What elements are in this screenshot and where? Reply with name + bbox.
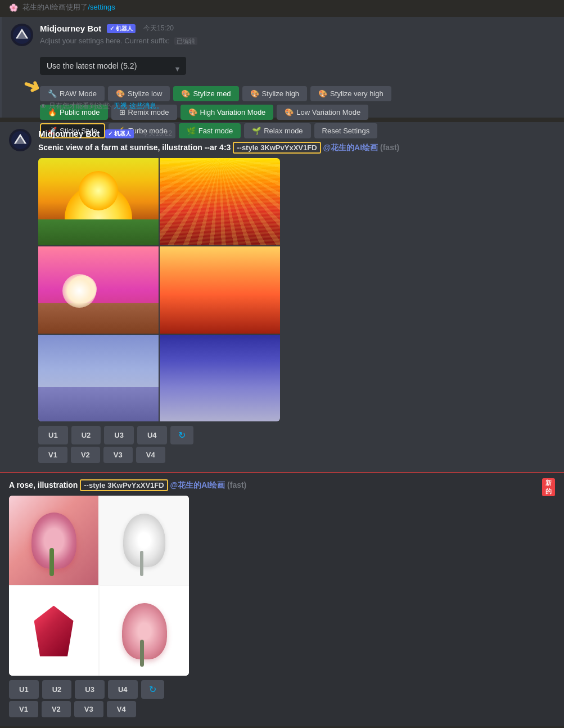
farm-speed: (fast)	[380, 143, 399, 152]
rose-u1-btn[interactable]: U1	[9, 680, 39, 699]
privacy-link[interactable]: 无视 这些消息。	[114, 101, 163, 111]
farm-refresh-btn[interactable]: ↻	[170, 426, 193, 444]
farm-variation-row: V1 V2 V3 V4	[38, 447, 555, 463]
farm-image-tr	[160, 158, 280, 245]
top-bar-username: 花生的AI绘画使用了/settings	[22, 2, 115, 12]
bot-badge: ✓ 机器人	[107, 24, 136, 33]
farm-image-br	[160, 335, 280, 421]
farm-v4-btn[interactable]: V4	[136, 447, 165, 463]
rose-speed: (fast)	[227, 480, 246, 489]
farm-u4-btn[interactable]: U4	[137, 426, 167, 444]
message-timestamp: 今天15:20	[143, 24, 174, 33]
stylize-low-btn[interactable]: 🎨 Stylize low	[108, 86, 170, 101]
rose-v2-btn[interactable]: V2	[42, 701, 71, 717]
message-header: Midjourney Bot ✓ 机器人 今天15:20	[40, 24, 555, 33]
model-dropdown[interactable]: Use the latest model (5.2)	[40, 57, 186, 75]
stylize-high-btn[interactable]: 🎨 Stylize high	[242, 86, 307, 101]
settings-description: Adjust your settings here. Current suffi…	[40, 37, 555, 46]
low-variation-btn[interactable]: 🎨 Low Variation Mode	[277, 105, 368, 120]
rose-u3-btn[interactable]: U3	[75, 680, 105, 699]
rose-v3-btn[interactable]: V3	[74, 701, 103, 717]
edited-badge: 已编辑	[174, 37, 197, 45]
rose-u2-btn[interactable]: U2	[42, 680, 72, 699]
model-dropdown-wrapper[interactable]: Use the latest model (5.2) ▾	[40, 57, 186, 80]
farm-bot-badge: ✓ 机器人	[105, 129, 134, 138]
farm-v1-btn[interactable]: V1	[38, 447, 67, 463]
farm-image-grid	[38, 158, 280, 421]
rose-refresh-btn[interactable]: ↻	[141, 680, 164, 699]
farm-image-bl	[38, 335, 159, 421]
rose-variation-row: V1 V2 V3 V4	[9, 701, 555, 717]
high-variation-btn[interactable]: 🎨 High Variation Mode	[181, 105, 274, 120]
rose-v1-btn[interactable]: V1	[9, 701, 38, 717]
farm-bot-username: Midjourney Bot	[38, 129, 100, 138]
farm-u2-btn[interactable]: U2	[71, 426, 101, 444]
eye-icon: 👁	[40, 102, 47, 110]
farm-mention: @花生的AI绘画	[323, 143, 378, 152]
new-badge: 新的	[542, 478, 555, 496]
farm-timestamp: 今天15:22	[142, 129, 172, 138]
bot-username: Midjourney Bot	[40, 24, 101, 33]
rose-upscale-row: U1 U2 U3 U4 ↻	[9, 680, 555, 699]
rose-style-tag: --style 3KwPvYxXV1FD	[80, 479, 168, 491]
settings-controls: Use the latest model (5.2) ▾ 🔧 RAW Mode …	[40, 51, 555, 111]
farm-message-block: Midjourney Bot ✓ 机器人 今天15:22 Scenic view…	[0, 122, 564, 472]
farm-message-header: Midjourney Bot ✓ 机器人 今天15:22	[38, 129, 555, 138]
rose-image-bl	[9, 586, 98, 676]
farm-image-tl	[38, 158, 159, 245]
rose-v4-btn[interactable]: V4	[107, 701, 136, 717]
farm-v2-btn[interactable]: V2	[71, 447, 100, 463]
rose-mention: @花生的AI绘画	[170, 480, 225, 489]
settings-message-block: Midjourney Bot ✓ 机器人 今天15:20 Adjust your…	[0, 17, 564, 118]
rose-image-grid	[9, 496, 189, 676]
farm-v3-btn[interactable]: V3	[103, 447, 133, 463]
farm-style-tag: --style 3KwPvYxXV1FD	[233, 142, 321, 154]
rose-image-tr	[100, 496, 189, 585]
farm-upscale-row: U1 U2 U3 U4 ↻	[38, 426, 555, 444]
user-avatar-small: 🌸	[9, 3, 18, 12]
rose-u4-btn[interactable]: U4	[108, 680, 138, 699]
settings-row-1: 🔧 RAW Mode 🎨 Stylize low 🎨 Stylize med 🎨…	[40, 86, 555, 101]
settings-link[interactable]: /settings	[88, 3, 115, 11]
stylize-very-high-btn[interactable]: 🎨 Stylize very high	[310, 86, 391, 101]
rose-prompt: A rose, illustration --style 3KwPvYxXV1F…	[9, 479, 555, 491]
rose-image-tl	[9, 496, 98, 585]
raw-mode-btn[interactable]: 🔧 RAW Mode	[40, 86, 105, 101]
farm-image-ml	[38, 246, 159, 334]
farm-image-mr	[160, 246, 280, 334]
rose-image-br	[100, 586, 189, 676]
farm-u1-btn[interactable]: U1	[38, 426, 68, 444]
bot-avatar-2	[9, 129, 31, 151]
farm-prompt: Scenic view of a farm at sunrise, illust…	[38, 142, 555, 154]
stylize-med-btn[interactable]: 🎨 Stylize med	[173, 86, 238, 101]
farm-u3-btn[interactable]: U3	[104, 426, 134, 444]
rose-message-block: 新的 A rose, illustration --style 3KwPvYxX…	[0, 473, 564, 726]
bot-avatar	[11, 24, 33, 46]
top-bar: 🌸 花生的AI绘画使用了/settings	[0, 0, 564, 12]
